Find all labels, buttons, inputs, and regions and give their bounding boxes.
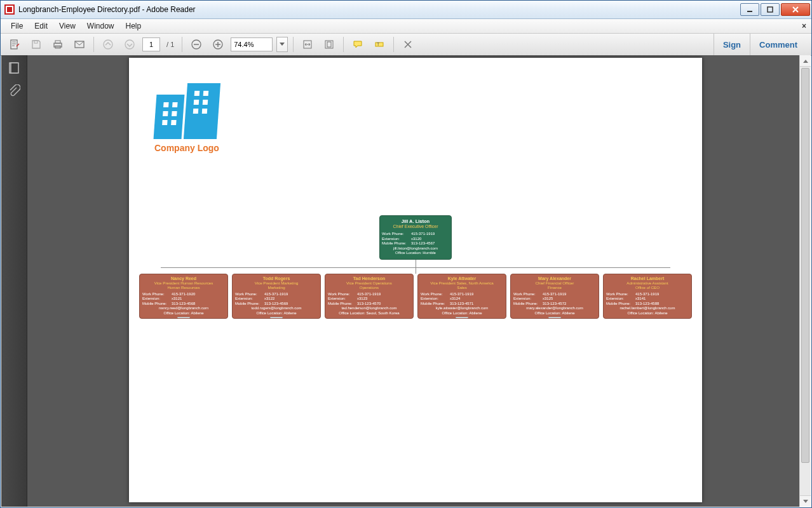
report-name: Nancy Reed (141, 276, 226, 281)
adobe-reader-icon (4, 4, 15, 15)
window-title: Longbranch-Employee Directory.pdf - Adob… (18, 5, 740, 14)
maximize-button[interactable] (761, 3, 780, 16)
vertical-scrollbar[interactable] (799, 55, 811, 507)
fit-width-icon[interactable] (299, 36, 316, 53)
report-name: Todd Rogers (234, 276, 319, 281)
report-dept: Finance (512, 285, 597, 290)
ceo-title: Chief Executive Officer (381, 224, 450, 229)
zoom-in-icon[interactable] (209, 36, 227, 53)
content-area: Company Logo Jill A. Liston Chief Execut… (1, 55, 811, 507)
pdf-page: Company Logo Jill A. Liston Chief Execut… (129, 58, 702, 502)
zoom-dropdown-button[interactable] (276, 37, 288, 52)
page-down-icon[interactable] (121, 36, 139, 53)
connector-vertical (416, 260, 416, 274)
read-mode-icon[interactable] (399, 36, 417, 53)
ceo-name: Jill A. Liston (381, 218, 450, 224)
toolbar-separator (293, 37, 294, 52)
org-report-card: Mary AlexanderChief Financial OfficerFin… (510, 274, 599, 319)
report-title: Administrative Assistant (605, 281, 690, 285)
expand-toggle-icon[interactable]: ▾ (270, 317, 283, 319)
logo-caption: Company Logo (154, 143, 219, 153)
close-button[interactable] (781, 3, 810, 16)
report-title: Vice President Human Resources (141, 281, 226, 285)
org-chart: Jill A. Liston Chief Executive Officer W… (129, 215, 702, 319)
page-up-icon[interactable] (99, 36, 117, 53)
svg-rect-26 (11, 63, 18, 73)
svg-rect-4 (768, 7, 773, 12)
company-logo: Company Logo (154, 83, 219, 153)
menu-view[interactable]: View (54, 20, 81, 32)
toolbar-separator (93, 37, 94, 52)
svg-point-14 (125, 40, 134, 49)
titlebar[interactable]: Longbranch-Employee Directory.pdf - Adob… (1, 1, 811, 19)
navigation-pane (1, 55, 27, 507)
org-report-card: Rachel LambertAdministrative AssistantOf… (603, 274, 692, 319)
report-name: Mary Alexander (512, 276, 597, 281)
zoom-level-input[interactable] (231, 37, 273, 51)
scroll-down-button[interactable] (800, 495, 811, 507)
report-dept: Operations (327, 285, 412, 290)
report-title: Vice President Operations (327, 281, 412, 285)
report-name: Rachel Lambert (605, 276, 690, 281)
zoom-out-icon[interactable] (187, 36, 205, 53)
toolbar-separator (393, 37, 394, 52)
highlight-text-icon[interactable]: T (370, 36, 388, 53)
report-dept: Sales (419, 285, 504, 290)
svg-text:T: T (377, 42, 380, 46)
application-window: Longbranch-Employee Directory.pdf - Adob… (0, 0, 812, 508)
menubar: File Edit View Window Help × (1, 19, 811, 34)
document-viewport[interactable]: Company Logo Jill A. Liston Chief Execut… (27, 55, 811, 507)
org-report-card: Nancy ReedVice President Human Resources… (139, 274, 228, 319)
report-title: Vice President Sales, North America (419, 281, 504, 285)
fit-page-icon[interactable] (320, 36, 338, 53)
scroll-thumb[interactable] (801, 68, 809, 463)
menu-help[interactable]: Help (121, 20, 147, 32)
expand-toggle-icon[interactable]: ▾ (177, 317, 190, 319)
svg-point-13 (104, 40, 112, 49)
save-icon[interactable] (27, 36, 45, 53)
menu-window[interactable]: Window (82, 20, 119, 32)
report-name: Kyle Attwater (419, 276, 504, 281)
report-title: Vice President Marketing (234, 281, 319, 285)
org-report-card: Kyle AttwaterVice President Sales, North… (417, 274, 506, 319)
export-pdf-icon[interactable] (6, 36, 24, 53)
menu-edit[interactable]: Edit (29, 20, 53, 32)
expand-toggle-icon[interactable]: ▾ (548, 317, 561, 319)
org-report-card: Todd RogersVice President MarketingMarke… (232, 274, 321, 319)
minimize-button[interactable] (740, 3, 759, 16)
report-dept: Human Resources (141, 285, 226, 290)
toolbar-separator (343, 37, 344, 52)
org-reports-row: Nancy ReedVice President Human Resources… (129, 274, 702, 319)
report-dept: Office of CEO (605, 285, 690, 290)
expand-toggle-icon[interactable]: ▾ (456, 317, 468, 319)
page-thumbnails-icon[interactable] (8, 62, 20, 74)
print-icon[interactable] (49, 36, 67, 53)
svg-rect-7 (11, 40, 17, 49)
report-dept: Marketing (234, 285, 319, 290)
email-icon[interactable] (71, 36, 88, 53)
menu-file[interactable]: File (6, 20, 28, 32)
svg-rect-22 (327, 42, 331, 47)
scroll-up-button[interactable] (800, 55, 811, 67)
org-report-card: Tad HendersonVice President OperationsOp… (325, 274, 414, 319)
svg-rect-2 (7, 7, 12, 12)
report-name: Tad Henderson (327, 276, 412, 281)
page-number-input[interactable] (142, 37, 160, 51)
toolbar-separator (182, 37, 182, 52)
page-total-label: / 1 (164, 41, 177, 48)
sign-button[interactable]: Sign (714, 34, 750, 55)
toolbar: / 1 T Sign Comment (1, 34, 811, 56)
close-document-button[interactable]: × (802, 22, 806, 30)
attachments-icon[interactable] (8, 84, 20, 97)
report-title: Chief Financial Officer (512, 281, 597, 285)
org-ceo-card: Jill A. Liston Chief Executive Officer W… (379, 215, 452, 260)
comment-button[interactable]: Comment (750, 34, 806, 55)
connector-horizontal (161, 267, 670, 268)
comment-bubble-icon[interactable] (349, 36, 367, 53)
